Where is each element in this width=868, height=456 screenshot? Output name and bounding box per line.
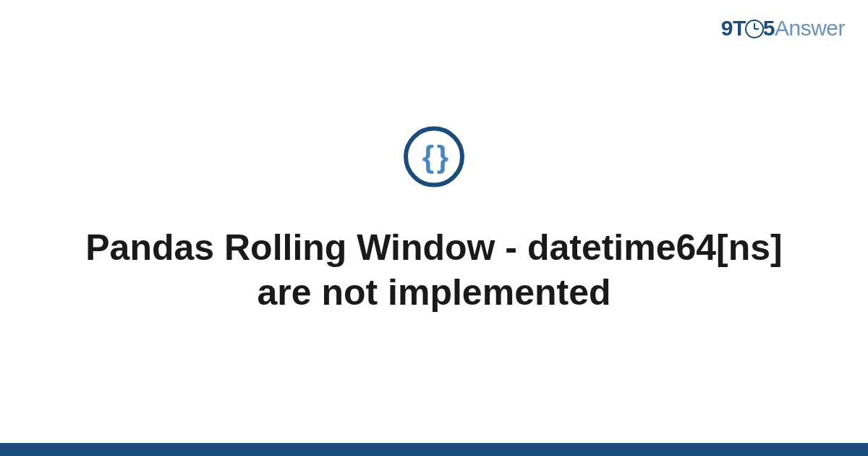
braces-glyph: { } [422,142,446,172]
logo-answer: Answer [775,16,845,40]
main-content: { } Pandas Rolling Window - datetime64[n… [0,127,868,315]
logo-t: T [733,16,746,40]
footer-accent-bar [0,443,868,456]
page-title: Pandas Rolling Window - datetime64[ns] a… [0,225,868,315]
logo-five: 5 [763,16,775,40]
code-braces-icon: { } [404,127,464,187]
logo-nine: 9 [721,16,733,40]
clock-icon [745,20,764,38]
site-logo: 9T5Answer [721,16,845,41]
